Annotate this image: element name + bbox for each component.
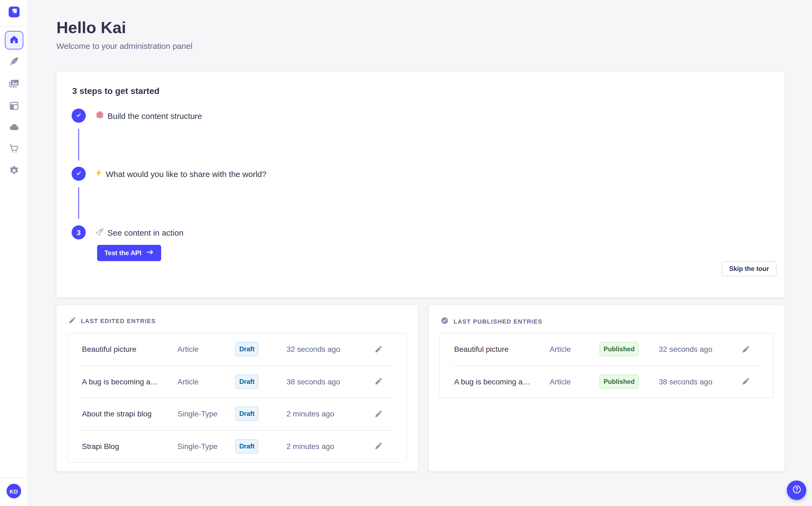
- step-connector: [78, 129, 79, 161]
- entry-type: Single-Type: [178, 410, 223, 418]
- sidebar-item-settings[interactable]: [5, 162, 23, 180]
- status-badge: Draft: [235, 439, 258, 453]
- last-edited-title: LAST EDITED ENTRIES: [81, 318, 156, 324]
- last-published-title: LAST PUBLISHED ENTRIES: [453, 318, 542, 324]
- sidebar-item-home[interactable]: [5, 31, 23, 50]
- entry-time: 38 seconds ago: [642, 377, 742, 386]
- step-3-indicator: 3: [72, 225, 86, 239]
- sidebar-item-content-type-builder[interactable]: [5, 53, 23, 71]
- last-edited-table: Beautiful picture Article Draft 32 secon…: [67, 333, 407, 462]
- status-badge: Draft: [235, 407, 258, 421]
- edit-entry-button[interactable]: [374, 377, 383, 386]
- rocket-emoji-icon: [96, 227, 104, 238]
- sidebar-item-media-library[interactable]: [5, 76, 23, 93]
- entry-time: 2 minutes ago: [270, 410, 370, 418]
- last-edited-card: LAST EDITED ENTRIES Beautiful picture Ar…: [57, 305, 418, 471]
- gear-icon: [9, 165, 19, 177]
- question-mark-icon: [791, 484, 802, 496]
- entry-title: Beautiful picture: [82, 345, 178, 354]
- entry-title: About the strapi blog: [82, 410, 178, 418]
- step-3-number: 3: [77, 228, 81, 237]
- strapi-logo-icon: [9, 6, 19, 18]
- arrow-right-icon: [146, 248, 154, 258]
- entry-time: 38 seconds ago: [270, 377, 370, 386]
- help-button[interactable]: [787, 481, 806, 500]
- onboarding-card: 3 steps to get started Build the content…: [57, 72, 785, 298]
- status-badge: Published: [600, 374, 639, 389]
- cart-icon: [9, 143, 19, 156]
- entry-time: 32 seconds ago: [270, 345, 370, 354]
- strapi-logo[interactable]: [9, 6, 19, 17]
- table-row[interactable]: Beautiful picture Article Draft 32 secon…: [68, 333, 406, 365]
- table-row[interactable]: Strapi Blog Single-Type Draft 2 minutes …: [68, 430, 406, 462]
- edit-entry-button[interactable]: [374, 442, 383, 450]
- entry-type: Article: [178, 377, 223, 386]
- edit-entry-button[interactable]: [742, 377, 750, 386]
- edit-entry-button[interactable]: [374, 410, 383, 418]
- pencil-icon: [68, 317, 76, 325]
- entry-title: A bug is becoming a…: [82, 377, 178, 386]
- brain-emoji-icon: [96, 110, 104, 121]
- step-1-label: Build the content structure: [107, 111, 202, 120]
- entry-type: Article: [550, 345, 596, 354]
- media-icon: [9, 78, 19, 90]
- last-edited-header: LAST EDITED ENTRIES: [68, 317, 156, 325]
- strapi-admin-home: KD Hello Kai Welcome to your administrat…: [0, 0, 812, 506]
- cloud-icon: [9, 121, 19, 134]
- last-published-table: Beautiful picture Article Published 32 s…: [439, 333, 774, 398]
- last-published-card: LAST PUBLISHED ENTRIES Beautiful picture…: [429, 305, 785, 471]
- table-row[interactable]: About the strapi blog Single-Type Draft …: [68, 398, 406, 430]
- skip-tour-button[interactable]: Skip the tour: [722, 261, 777, 276]
- step-3-label-row: See content in action: [96, 227, 183, 238]
- check-icon: [75, 111, 83, 120]
- test-api-button[interactable]: Test the API: [97, 245, 161, 261]
- status-badge: Draft: [235, 374, 258, 389]
- step-3-label: See content in action: [107, 228, 183, 237]
- sidebar-divider-bottom: [0, 477, 28, 478]
- step-connector: [78, 187, 79, 219]
- entry-time: 2 minutes ago: [270, 442, 370, 451]
- table-row[interactable]: A bug is becoming a… Article Published 3…: [440, 366, 773, 398]
- entry-title: Beautiful picture: [454, 345, 550, 354]
- table-row[interactable]: A bug is becoming a… Article Draft 38 se…: [68, 366, 406, 398]
- step-2-label: What would you like to share with the wo…: [106, 169, 267, 178]
- step-1-indicator: [72, 108, 86, 123]
- layout-icon: [9, 100, 19, 113]
- feather-icon: [9, 56, 19, 68]
- status-badge: Published: [600, 342, 639, 356]
- step-1-label-row: Build the content structure: [96, 110, 202, 121]
- page-subtitle: Welcome to your administration panel: [57, 41, 192, 51]
- test-api-label: Test the API: [104, 249, 141, 257]
- step-2-indicator: [72, 167, 86, 181]
- sidebar-item-content-manager[interactable]: [5, 98, 23, 115]
- edit-entry-button[interactable]: [742, 345, 750, 353]
- table-row[interactable]: Beautiful picture Article Published 32 s…: [440, 333, 773, 365]
- entry-time: 32 seconds ago: [642, 345, 742, 354]
- check-circle-icon: [440, 317, 449, 326]
- status-badge: Draft: [235, 342, 258, 356]
- entry-type: Article: [178, 345, 223, 354]
- sidebar-item-deploy[interactable]: [5, 119, 23, 136]
- sidebar-divider-top: [0, 26, 28, 26]
- edit-entry-button[interactable]: [374, 345, 383, 353]
- check-icon: [75, 169, 83, 178]
- onboarding-title: 3 steps to get started: [72, 86, 160, 96]
- step-2-label-row: What would you like to share with the wo…: [96, 168, 267, 180]
- sidebar-item-marketplace[interactable]: [5, 141, 23, 158]
- entry-title: Strapi Blog: [82, 442, 178, 451]
- sidebar: KD: [0, 0, 28, 506]
- last-published-header: LAST PUBLISHED ENTRIES: [440, 317, 542, 326]
- entry-title: A bug is becoming a…: [454, 377, 550, 386]
- entry-type: Single-Type: [178, 442, 223, 451]
- user-avatar[interactable]: KD: [6, 484, 21, 498]
- home-icon: [9, 34, 19, 46]
- page-title: Hello Kai: [57, 18, 126, 37]
- lightning-emoji-icon: [96, 169, 103, 179]
- entry-type: Article: [550, 377, 596, 386]
